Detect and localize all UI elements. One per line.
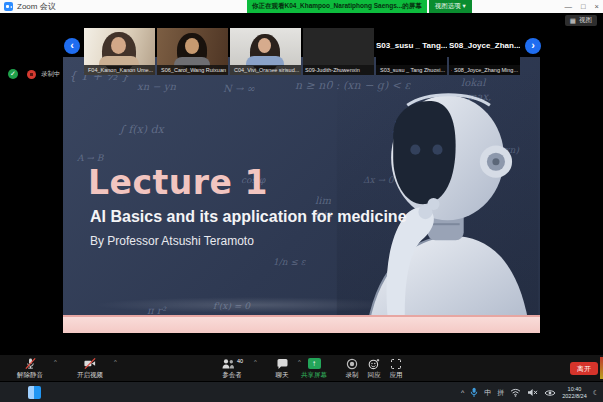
chalk-formula: lim bbox=[315, 195, 331, 206]
ime-language-indicator[interactable]: 中 bbox=[484, 388, 491, 398]
audio-options-chevron[interactable]: ^ bbox=[54, 359, 57, 365]
tray-mic-icon[interactable] bbox=[470, 387, 478, 398]
maximize-button[interactable]: □ bbox=[581, 2, 586, 11]
recording-status-label: 录制中 bbox=[41, 70, 61, 79]
start-video-button[interactable]: 开启视频 bbox=[68, 357, 112, 380]
view-layout-button[interactable]: ▦ 视图 bbox=[565, 15, 597, 26]
ime-mode-indicator[interactable]: 拼 bbox=[497, 388, 504, 398]
share-screen-button[interactable]: ↑ 共享屏幕 bbox=[294, 357, 334, 380]
participant-name-bar: S09-Judith-Zhuwenxin bbox=[303, 65, 374, 75]
apps-label: 应用 bbox=[382, 371, 410, 380]
person-face bbox=[185, 38, 199, 54]
slide-accent-bar bbox=[63, 315, 540, 333]
participant-thumbnail[interactable]: S03_susu _ Tang... S03_susu _ Tang Zhuox… bbox=[376, 28, 447, 75]
shared-slide: { 1 + ½ } xn − yn N → ∞ n ≥ n0 : (xn − g… bbox=[63, 57, 540, 333]
participant-name: S08_Joyce_Zhang Ming... bbox=[454, 67, 518, 73]
recording-indicator-icon bbox=[27, 70, 36, 79]
focus-assist-icon[interactable]: ☾ bbox=[593, 389, 599, 397]
zoom-meeting-window: Zoom 会议 你正在观看K04_Khampoo_Naratiphong Sae… bbox=[0, 0, 603, 402]
chalk-formula: ∫ f(x) dx bbox=[119, 123, 164, 136]
app-title: Zoom 会议 bbox=[17, 1, 56, 12]
watching-badge: 你正在观看K04_Khampoo_Naratiphong Saengs...的屏… bbox=[247, 0, 427, 13]
thumbnails-next-button[interactable]: › bbox=[525, 38, 541, 54]
muted-mic-icon bbox=[451, 66, 452, 75]
participant-name-bar: S03_susu _ Tang Zhuoxi... bbox=[376, 65, 447, 75]
person-face bbox=[258, 38, 271, 53]
slide-subtitle: AI Basics and its application for medici… bbox=[90, 208, 407, 226]
zoom-app-icon bbox=[4, 2, 13, 11]
participant-name: S03_susu _ Tang Zhuoxi... bbox=[380, 67, 445, 73]
apps-button[interactable]: 应用 bbox=[382, 357, 410, 380]
participant-name: S09-Judith-Zhuwenxin bbox=[305, 67, 360, 73]
participant-name-bar: F04_Kanon_Kanon Ume... bbox=[84, 65, 155, 75]
participant-name-bar: C04_Vivi_Oranee sirisud... bbox=[230, 65, 301, 75]
shared-screen-area: ‹ F04_Kanon_Kanon Ume... S06_Carol_Wang … bbox=[0, 13, 603, 355]
participants-label: 参会者 bbox=[210, 371, 254, 380]
eye-icon[interactable] bbox=[544, 389, 556, 397]
view-layout-label: 视图 bbox=[579, 16, 592, 25]
participants-count: 40 bbox=[237, 358, 243, 364]
share-screen-label: 共享屏幕 bbox=[294, 371, 334, 380]
participant-display-name: S03_susu _ Tang... bbox=[376, 41, 447, 50]
unmute-label: 解除静音 bbox=[8, 371, 52, 380]
clock-time: 10:40 bbox=[562, 386, 586, 393]
participant-thumbnail[interactable]: F04_Kanon_Kanon Ume... bbox=[84, 28, 155, 75]
unmute-button[interactable]: 解除静音 bbox=[8, 357, 52, 380]
system-tray: ^ 中 拼 10:40 2022/8/24 ☾ bbox=[461, 382, 603, 402]
chalk-formula: 1/n ≤ ε bbox=[273, 257, 305, 267]
participant-thumbnail[interactable]: S09-Judith-Zhuwenxin bbox=[303, 28, 374, 75]
video-off-icon bbox=[68, 357, 112, 370]
video-options-chevron[interactable]: ^ bbox=[114, 359, 117, 365]
close-button[interactable]: × bbox=[595, 2, 599, 11]
window-controls: — □ × bbox=[565, 0, 599, 13]
meeting-toolbar: 解除静音 ^ 开启视频 ^ 40 参会者 ^ 聊天 ^ ↑ 共享屏 bbox=[0, 355, 603, 381]
participant-thumbnail[interactable]: S06_Carol_Wang Ruixuan bbox=[157, 28, 228, 75]
participant-name: S06_Carol_Wang Ruixuan bbox=[161, 67, 226, 73]
leave-button[interactable]: 离开 bbox=[570, 362, 598, 375]
tray-expand-chevron[interactable]: ^ bbox=[461, 389, 464, 396]
title-bar: Zoom 会议 你正在观看K04_Khampoo_Naratiphong Sae… bbox=[0, 0, 603, 13]
participant-name: F04_Kanon_Kanon Ume... bbox=[88, 67, 153, 73]
view-options-button[interactable]: 视图选项 ▾ bbox=[429, 0, 472, 13]
person-face bbox=[111, 37, 126, 54]
muted-mic-icon bbox=[8, 357, 52, 370]
chalk-formula: N → ∞ bbox=[223, 83, 255, 94]
participant-name-bar: S08_Joyce_Zhang Ming... bbox=[449, 65, 520, 75]
participants-options-chevron[interactable]: ^ bbox=[254, 359, 257, 365]
participant-display-name: S08_Joyce_Zhan... bbox=[449, 41, 520, 50]
robot-illustration bbox=[335, 65, 540, 333]
thumbnails-prev-button[interactable]: ‹ bbox=[64, 38, 80, 54]
share-screen-icon: ↑ bbox=[308, 358, 321, 369]
taskbar-app-icon[interactable] bbox=[28, 386, 41, 399]
participants-icon bbox=[221, 358, 235, 370]
slide-title: Lecture 1 bbox=[88, 163, 268, 202]
speaker-muted-icon[interactable] bbox=[527, 388, 538, 397]
clock-date: 2022/8/24 bbox=[562, 393, 586, 400]
participant-thumbnail[interactable]: C04_Vivi_Oranee sirisud... bbox=[230, 28, 301, 75]
participants-button[interactable]: 40 参会者 bbox=[210, 357, 254, 380]
start-video-label: 开启视频 bbox=[68, 371, 112, 380]
watching-banner: 你正在观看K04_Khampoo_Naratiphong Saengs...的屏… bbox=[247, 0, 472, 13]
chalk-formula: A → B bbox=[77, 153, 103, 163]
minimize-button[interactable]: — bbox=[565, 2, 573, 11]
participant-name: C04_Vivi_Oranee sirisud... bbox=[234, 67, 299, 73]
slide-byline: By Professor Atsushi Teramoto bbox=[90, 234, 254, 248]
participant-thumbnail[interactable]: S08_Joyce_Zhan... S08_Joyce_Zhang Ming..… bbox=[449, 28, 520, 75]
windows-taskbar: ^ 中 拼 10:40 2022/8/24 ☾ bbox=[0, 381, 603, 402]
encryption-shield-icon: ✓ bbox=[8, 69, 18, 79]
chalk-formula: xn − yn bbox=[137, 81, 176, 92]
participant-name-bar: S06_Carol_Wang Ruixuan bbox=[157, 65, 228, 75]
grid-icon: ▦ bbox=[570, 17, 576, 25]
apps-icon bbox=[382, 357, 410, 370]
taskbar-clock[interactable]: 10:40 2022/8/24 bbox=[562, 386, 586, 400]
wifi-icon[interactable] bbox=[510, 388, 521, 397]
